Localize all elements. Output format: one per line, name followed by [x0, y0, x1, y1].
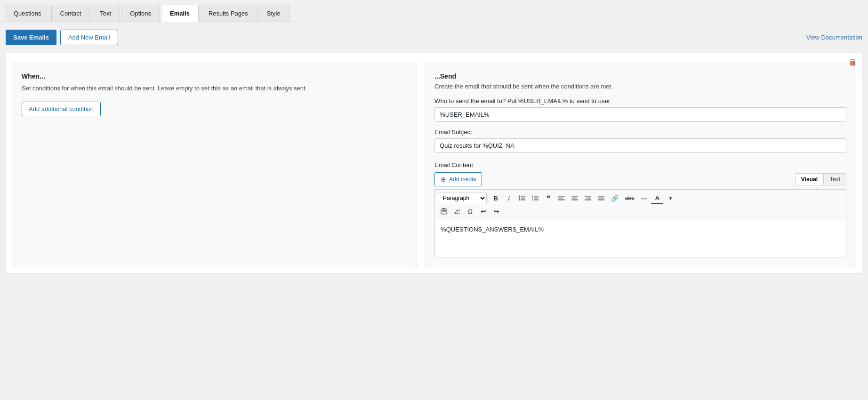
email-card-body: When... Set conditions for when this ema…	[12, 63, 856, 267]
send-heading: ...Send	[434, 72, 846, 80]
svg-rect-22	[598, 198, 604, 199]
redo-button[interactable]: ↪	[490, 205, 503, 217]
svg-rect-28	[442, 213, 444, 213]
text-color-dropdown[interactable]: ▼	[664, 192, 676, 204]
editor-top-bar: ⊕ Add media Visual Text	[434, 172, 846, 186]
add-new-email-button[interactable]: Add New Email	[60, 30, 118, 45]
when-panel: When... Set conditions for when this ema…	[12, 63, 417, 267]
visual-text-tabs: Visual Text	[795, 173, 846, 185]
add-media-button[interactable]: ⊕ Add media	[434, 172, 482, 186]
svg-rect-2	[521, 200, 525, 200]
tab-style[interactable]: Style	[258, 5, 289, 22]
bullet-list-button[interactable]	[516, 192, 528, 204]
save-emails-button[interactable]: Save Emails	[6, 30, 56, 45]
bold-button[interactable]: B	[490, 192, 502, 204]
add-condition-button[interactable]: Add additional condition	[22, 102, 101, 116]
text-color-button[interactable]: A	[651, 192, 663, 204]
toolbar-left: Save Emails Add New Email	[6, 30, 118, 45]
svg-rect-16	[572, 198, 577, 199]
to-email-input[interactable]	[434, 107, 846, 122]
svg-rect-23	[598, 200, 604, 200]
svg-point-4	[519, 198, 520, 199]
svg-rect-19	[587, 198, 591, 199]
align-left-button[interactable]	[555, 192, 568, 204]
svg-rect-7	[534, 198, 538, 199]
align-center-button[interactable]	[569, 192, 581, 204]
align-justify-button[interactable]	[595, 192, 607, 204]
editor-toolbar-row-1: Paragraph Heading 1 Heading 2 Heading 3 …	[438, 192, 843, 204]
svg-rect-0	[521, 196, 525, 197]
when-description: Set conditions for when this email shoul…	[22, 84, 407, 93]
tab-text[interactable]: Text	[91, 5, 120, 22]
delete-email-button[interactable]: 🗑	[849, 58, 857, 66]
strikethrough-button[interactable]: abc	[622, 192, 637, 204]
svg-rect-8	[534, 200, 538, 200]
tab-emails[interactable]: Emails	[161, 5, 199, 22]
text-tab[interactable]: Text	[824, 173, 846, 185]
svg-point-5	[519, 200, 520, 200]
subject-label: Email Subject	[434, 128, 846, 136]
blockquote-button[interactable]: ❝	[542, 192, 555, 204]
to-label: Who to send the email to? Put %USER_EMAI…	[434, 97, 846, 104]
email-card: 🗑 When... Set conditions for when this e…	[6, 53, 862, 273]
editor-toolbar-row-2: Ω ↩ ↪	[438, 205, 843, 217]
add-media-icon: ⊕	[441, 176, 446, 183]
paste-button[interactable]	[438, 205, 450, 217]
editor-content-area[interactable]: %QUESTIONS_ANSWERS_EMAIL%	[434, 220, 846, 257]
editor-toolbar: Paragraph Heading 1 Heading 2 Heading 3 …	[434, 189, 846, 220]
align-right-button[interactable]	[582, 192, 594, 204]
add-media-label: Add media	[449, 176, 476, 183]
svg-rect-15	[571, 196, 578, 197]
send-panel: ...Send Create the email that should be …	[425, 63, 856, 267]
svg-text:3.: 3.	[532, 199, 533, 201]
svg-rect-14	[558, 200, 565, 200]
format-select[interactable]: Paragraph Heading 1 Heading 2 Heading 3 …	[438, 192, 487, 204]
omega-button[interactable]: Ω	[464, 205, 476, 217]
hr-button[interactable]: —	[638, 192, 650, 204]
svg-rect-6	[534, 196, 538, 197]
svg-rect-13	[558, 198, 563, 199]
trash-icon: 🗑	[849, 57, 857, 67]
content-label: Email Content	[434, 161, 846, 168]
svg-line-30	[459, 209, 460, 211]
svg-point-3	[519, 196, 520, 197]
visual-tab[interactable]: Visual	[795, 173, 824, 185]
tab-results-pages[interactable]: Results Pages	[200, 5, 257, 22]
tabs-bar: Questions Contact Text Options Emails Re…	[0, 0, 868, 22]
toolbar: Save Emails Add New Email View Documenta…	[0, 22, 868, 53]
svg-rect-17	[571, 200, 578, 200]
svg-rect-26	[442, 210, 446, 211]
tab-options[interactable]: Options	[121, 5, 160, 22]
svg-rect-18	[585, 196, 591, 197]
svg-rect-21	[598, 196, 604, 197]
send-description: Create the email that should be sent whe…	[434, 83, 846, 90]
view-documentation-link[interactable]: View Documentation	[806, 34, 862, 41]
numbered-list-button[interactable]: 1.2.3.	[529, 192, 541, 204]
svg-rect-27	[442, 212, 446, 212]
italic-button[interactable]: I	[503, 192, 515, 204]
subject-input[interactable]	[434, 138, 846, 153]
undo-button[interactable]: ↩	[477, 205, 490, 217]
svg-rect-1	[521, 198, 525, 199]
clear-formatting-button[interactable]	[451, 205, 463, 217]
tab-questions[interactable]: Questions	[5, 5, 50, 22]
email-content-section: Email Content ⊕ Add media Visual Text	[434, 161, 846, 257]
svg-rect-12	[558, 196, 565, 197]
link-button[interactable]: 🔗	[608, 192, 621, 204]
when-heading: When...	[22, 72, 407, 80]
tab-contact[interactable]: Contact	[51, 5, 90, 22]
svg-rect-20	[585, 200, 591, 200]
